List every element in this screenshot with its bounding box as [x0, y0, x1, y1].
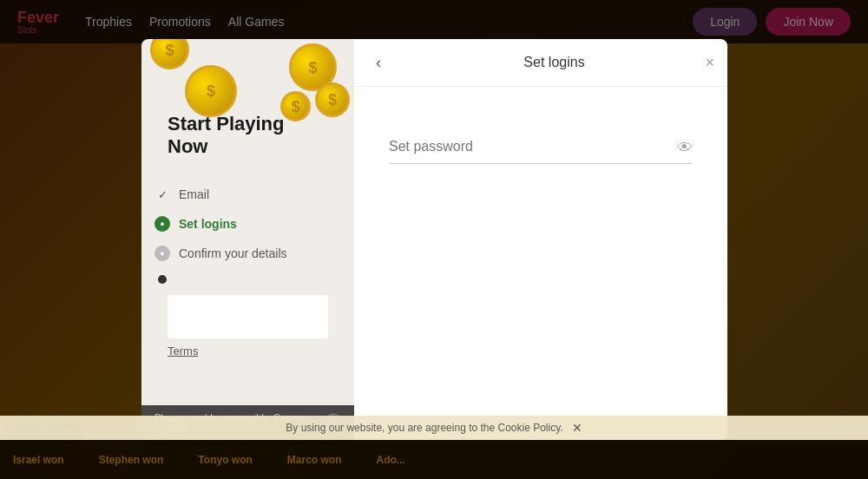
step-email-icon: ✓ — [155, 187, 170, 202]
password-input-area — [168, 295, 328, 338]
step-dot-icon — [158, 275, 167, 284]
set-password-input[interactable] — [389, 130, 693, 164]
back-button[interactable]: ‹ — [372, 49, 385, 76]
steps-list: ✓ Email ● Set logins ● Confirm your deta… — [141, 167, 354, 405]
eye-icon[interactable]: 👁 — [677, 138, 693, 156]
step-logins-label: Set logins — [179, 217, 237, 231]
set-logins-panel: ‹ Set logins × 👁 — [354, 39, 727, 440]
terms-link[interactable]: Terms — [155, 344, 211, 358]
cookie-text: By using our website, you are agreeing t… — [286, 422, 562, 434]
step-logins-icon: ● — [155, 216, 170, 232]
set-logins-header: ‹ Set logins × — [354, 39, 727, 87]
step-email-label: Email — [179, 187, 209, 201]
close-button[interactable]: × — [705, 54, 714, 72]
step-dot — [155, 268, 341, 291]
step-confirm-icon: ● — [155, 246, 170, 261]
reg-panel: Start Playing Now ✓ Email ● Set logins ●… — [141, 39, 354, 440]
set-logins-body: 👁 — [354, 87, 727, 440]
modal-close-icon[interactable]: × — [717, 43, 727, 62]
reg-panel-header: Start Playing Now — [141, 39, 354, 167]
cookie-bar: By using our website, you are agreeing t… — [0, 416, 868, 440]
step-set-logins: ● Set logins — [155, 209, 341, 239]
step-confirm-label: Confirm your details — [179, 246, 287, 260]
start-playing-title: Start Playing Now — [159, 113, 337, 158]
step-confirm: ● Confirm your details — [155, 239, 341, 268]
cookie-close-button[interactable]: ✕ — [572, 421, 582, 435]
password-field-wrapper: 👁 — [389, 130, 693, 164]
step-email: ✓ Email — [155, 180, 341, 209]
set-logins-title: Set logins — [398, 55, 710, 70]
